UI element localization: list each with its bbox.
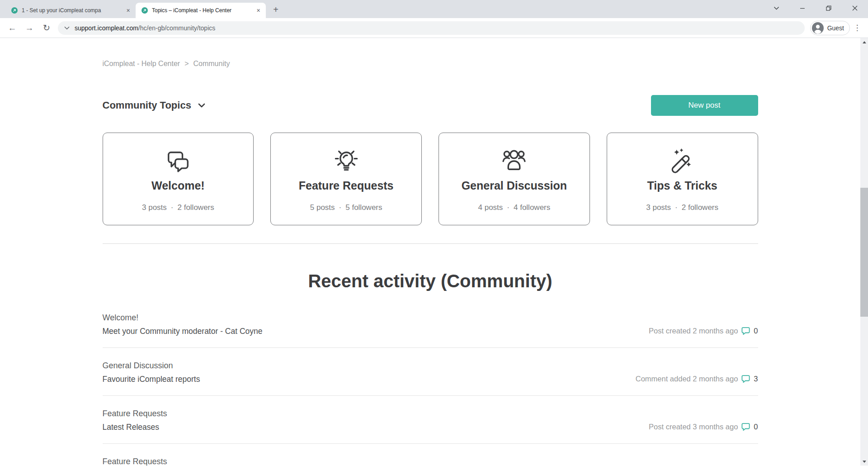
- magic-wand-icon: [667, 146, 698, 177]
- stats-separator: ·: [675, 203, 678, 212]
- chevron-down-icon: [774, 6, 779, 10]
- divider: [103, 243, 758, 244]
- tab-title: 1 - Set up your iCompleat compa: [22, 7, 122, 14]
- page-title: Community Topics: [103, 100, 191, 111]
- comment-count: 0: [754, 423, 758, 431]
- activity-timestamp: Post created 3 months ago: [649, 423, 738, 431]
- page-viewport: iCompleat - Help Center > Community Comm…: [0, 38, 868, 466]
- activity-meta: Post created 2 months ago 0: [649, 326, 758, 336]
- comment-bubble-icon: [741, 422, 750, 432]
- activity-row: Welcome! Meet your Community moderator -…: [103, 300, 758, 348]
- tab-strip: 1 - Set up your iCompleat compa × Topics…: [0, 0, 868, 18]
- topic-card-title: General Discussion: [462, 179, 567, 192]
- comment-count: 3: [754, 375, 758, 383]
- community-topics-dropdown[interactable]: Community Topics: [103, 100, 205, 111]
- browser-tab-1[interactable]: 1 - Set up your iCompleat compa ×: [5, 3, 136, 18]
- activity-timestamp: Post created 2 months ago: [649, 327, 738, 335]
- community-topics-header: Community Topics New post: [103, 95, 758, 116]
- activity-meta: Comment added 2 months ago 3: [636, 374, 758, 384]
- people-group-icon: [499, 146, 529, 177]
- followers-count: 2 followers: [682, 203, 718, 212]
- activity-post-link[interactable]: Favourite iCompleat reports: [103, 374, 200, 384]
- topic-card-tips-tricks[interactable]: Tips & Tricks 3 posts · 2 followers: [607, 133, 758, 225]
- activity-topic-link[interactable]: General Discussion: [103, 361, 200, 371]
- breadcrumb-help-center[interactable]: iCompleat - Help Center: [103, 60, 180, 68]
- activity-row: Feature Requests: [103, 444, 758, 466]
- recent-activity-list: Welcome! Meet your Community moderator -…: [103, 300, 758, 466]
- minimize-icon: [800, 5, 805, 11]
- address-bar[interactable]: support.icompleat.com/hc/en-gb/community…: [58, 21, 805, 35]
- topic-card-title: Feature Requests: [299, 179, 394, 192]
- scrollbar-up-arrow[interactable]: [860, 38, 868, 46]
- activity-timestamp: Comment added 2 months ago: [636, 375, 738, 383]
- browser-tab-2-active[interactable]: Topics – iCompleat - Help Center ×: [136, 3, 266, 18]
- followers-count: 4 followers: [514, 203, 550, 212]
- activity-topic-link[interactable]: Welcome!: [103, 313, 263, 323]
- restore-button[interactable]: [816, 0, 842, 16]
- topic-card-stats: 3 posts · 2 followers: [646, 203, 718, 212]
- topic-card-stats: 5 posts · 5 followers: [310, 203, 382, 212]
- activity-row: General Discussion Favourite iCompleat r…: [103, 348, 758, 396]
- reload-button[interactable]: ↻: [38, 20, 55, 36]
- chat-bubbles-icon: [163, 146, 193, 177]
- posts-count: 4 posts: [478, 203, 503, 212]
- recent-activity-title: Recent activity (Community): [103, 270, 758, 292]
- topic-card-title: Tips & Tricks: [647, 179, 717, 192]
- stats-separator: ·: [507, 203, 509, 212]
- topic-card-stats: 4 posts · 4 followers: [478, 203, 551, 212]
- new-post-button[interactable]: New post: [651, 95, 758, 116]
- tab-close-icon[interactable]: ×: [124, 7, 132, 14]
- forward-button[interactable]: →: [21, 20, 38, 36]
- followers-count: 5 followers: [345, 203, 382, 212]
- close-icon: [852, 5, 858, 11]
- activity-topic-link[interactable]: Feature Requests: [103, 456, 167, 466]
- activity-topic-link[interactable]: Feature Requests: [103, 409, 167, 418]
- tab-close-icon[interactable]: ×: [255, 7, 262, 14]
- breadcrumb-community[interactable]: Community: [193, 60, 230, 68]
- minimize-button[interactable]: [789, 0, 816, 16]
- posts-count: 3 posts: [646, 203, 671, 212]
- close-window-button[interactable]: [842, 0, 868, 16]
- topic-card-welcome[interactable]: Welcome! 3 posts · 2 followers: [103, 133, 254, 225]
- activity-post-link[interactable]: Meet your Community moderator - Cat Coyn…: [103, 326, 263, 336]
- activity-meta: Post created 3 months ago 0: [649, 422, 758, 432]
- url-domain: support.icompleat.com: [75, 24, 138, 32]
- comment-count: 0: [754, 327, 758, 335]
- stats-separator: ·: [171, 203, 174, 212]
- breadcrumb: iCompleat - Help Center > Community: [103, 38, 758, 68]
- new-tab-button[interactable]: +: [269, 3, 282, 16]
- posts-count: 3 posts: [142, 203, 167, 212]
- scrollbar-down-arrow[interactable]: [860, 458, 868, 465]
- site-info-chevron-icon[interactable]: [64, 26, 70, 30]
- topic-card-stats: 3 posts · 2 followers: [142, 203, 214, 212]
- browser-toolbar: ← → ↻ support.icompleat.com/hc/en-gb/com…: [0, 18, 868, 38]
- scrollbar-thumb[interactable]: [860, 188, 868, 317]
- posts-count: 5 posts: [310, 203, 335, 212]
- lightbulb-icon: [331, 146, 362, 177]
- comment-bubble-icon: [741, 326, 750, 336]
- activity-row: Feature Requests Latest Releases Post cr…: [103, 396, 758, 444]
- tab-title: Topics – iCompleat - Help Center: [152, 7, 252, 14]
- chevron-down-icon: [198, 103, 205, 108]
- browser-menu-button[interactable]: ⋮: [850, 23, 864, 33]
- window-controls: [763, 0, 868, 16]
- back-button[interactable]: ←: [4, 20, 21, 36]
- topic-card-title: Welcome!: [151, 179, 205, 192]
- icompleat-favicon-icon: [11, 7, 18, 14]
- activity-post-link[interactable]: Latest Releases: [103, 422, 167, 432]
- tab-search-button[interactable]: [763, 0, 789, 16]
- url-path: /hc/en-gb/community/topics: [138, 24, 215, 32]
- profile-label: Guest: [827, 24, 844, 32]
- stats-separator: ·: [339, 203, 342, 212]
- profile-chip[interactable]: Guest: [810, 21, 850, 35]
- icompleat-favicon-icon: [141, 7, 148, 14]
- restore-icon: [826, 5, 831, 11]
- topic-cards: Welcome! 3 posts · 2 followers Feature: [103, 133, 758, 225]
- breadcrumb-separator: >: [184, 60, 189, 68]
- comment-bubble-icon: [741, 374, 750, 384]
- topic-card-general-discussion[interactable]: General Discussion 4 posts · 4 followers: [439, 133, 590, 225]
- topic-card-feature-requests[interactable]: Feature Requests 5 posts · 5 followers: [270, 133, 422, 225]
- page-scrollbar[interactable]: [860, 38, 868, 466]
- followers-count: 2 followers: [177, 203, 214, 212]
- avatar: [812, 22, 824, 34]
